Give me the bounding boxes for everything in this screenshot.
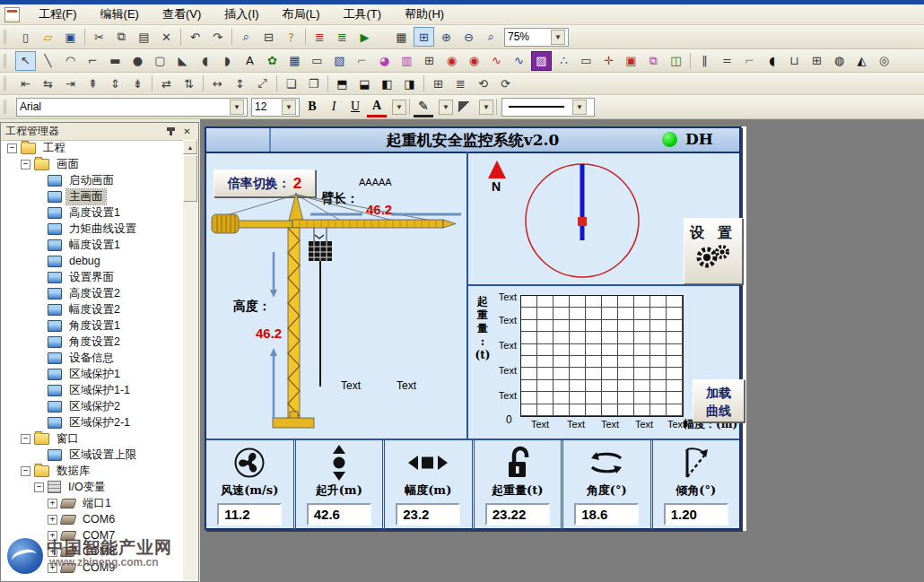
align-to-grid-icon[interactable]: ⊞	[428, 74, 449, 93]
paste-icon[interactable]: ▤	[134, 27, 154, 47]
expand-icon[interactable]: +	[48, 515, 57, 525]
collapse-icon[interactable]: −	[34, 482, 44, 492]
send-backward-icon[interactable]: ◨	[399, 74, 420, 93]
scrollbar-thumb[interactable]	[183, 155, 197, 202]
toolbar-drag-handle[interactable]	[4, 54, 10, 68]
pie-chart-icon[interactable]: ◕	[374, 51, 395, 71]
chevron-down-icon[interactable]: ▼	[479, 100, 493, 115]
redo-icon[interactable]: ↷	[207, 27, 228, 47]
xy-curve-icon[interactable]: ▨	[531, 51, 552, 71]
chevron-down-icon[interactable]: ▼	[572, 100, 587, 115]
tree-item[interactable]: 区域保护2-1	[2, 414, 183, 430]
stretch-height-icon[interactable]: ↕	[230, 74, 250, 93]
crosshair-tool-icon[interactable]: ✛	[598, 51, 619, 71]
tree-item[interactable]: 启动画面	[2, 172, 183, 188]
tree-item[interactable]: 设备信息	[2, 350, 183, 366]
bold-button[interactable]: B	[302, 98, 322, 116]
same-height-icon[interactable]: ⇅	[179, 74, 199, 93]
image-tool-icon[interactable]: ✿	[262, 51, 283, 71]
table-icon[interactable]: ⊞	[419, 51, 440, 71]
tank-icon[interactable]: ⊔	[784, 51, 805, 71]
print-preview-icon[interactable]: ⌕	[236, 27, 257, 47]
grid-toggle-icon[interactable]: ▦	[391, 27, 412, 47]
tree-item[interactable]: 力矩曲线设置	[2, 221, 183, 237]
object-3d-icon[interactable]: ◫	[666, 51, 686, 71]
tree-item[interactable]: 幅度设置2	[2, 301, 183, 317]
panel-tool-icon[interactable]: ▭	[576, 51, 597, 71]
select-tool-icon[interactable]: ↖	[15, 51, 36, 71]
meter-2-icon[interactable]: ◭	[851, 51, 872, 71]
pie-tool-icon[interactable]: ◗	[217, 51, 238, 71]
tree-item[interactable]: 高度设置1	[2, 204, 183, 221]
close-icon[interactable]: ✕	[180, 126, 194, 138]
align-top-icon[interactable]: ⇞	[83, 74, 103, 93]
bring-forward-icon[interactable]: ◧	[377, 74, 397, 93]
event-display-icon[interactable]: ◉	[464, 51, 484, 71]
tree-item[interactable]: 区域保护1-1	[2, 382, 183, 398]
zoom-level-combo[interactable]: 75%▼	[504, 28, 569, 47]
line-style-combo[interactable]: ▼	[501, 98, 595, 117]
pipe-horizontal-icon[interactable]: =	[717, 51, 737, 71]
pipe-elbow-icon[interactable]: ⌐	[739, 51, 760, 71]
toolbar-drag-handle[interactable]	[4, 100, 10, 114]
chevron-down-icon[interactable]: ▼	[282, 100, 296, 115]
tree-item[interactable]: 主画面	[2, 188, 183, 204]
chevron-down-icon[interactable]: ▼	[392, 100, 406, 115]
tree-item[interactable]: +端口1	[2, 495, 183, 511]
tree-item[interactable]: −数据库	[2, 463, 183, 479]
tree-item[interactable]: −窗口	[2, 430, 183, 447]
tree-item[interactable]: 设置界面	[2, 269, 183, 285]
menu-item-6[interactable]: 帮助(H)	[393, 4, 456, 25]
tree-item[interactable]: −I/O变量	[2, 479, 183, 495]
expand-icon[interactable]: +	[48, 499, 57, 508]
settings-button[interactable]: 设 置	[684, 218, 743, 284]
rotate-left-icon[interactable]: ⟲	[473, 74, 493, 93]
align-middle-v-icon[interactable]: ⇕	[105, 74, 126, 93]
tree-item[interactable]: 区域设置上限	[2, 447, 183, 463]
tree-scrollbar[interactable]: ▲	[183, 140, 197, 580]
menu-item-4[interactable]: 布局(L)	[271, 4, 332, 25]
send-to-back-icon[interactable]: ⬓	[354, 74, 375, 93]
trend-curve-icon[interactable]: ∿	[486, 51, 507, 71]
align-bottom-icon[interactable]: ⇟	[127, 74, 148, 93]
alarm-display-icon[interactable]: ◉	[441, 51, 462, 71]
group-icon[interactable]: ❏	[281, 74, 301, 93]
tree-item[interactable]: +COM9	[2, 560, 183, 576]
zoom-out-icon[interactable]: ⊖	[458, 27, 479, 47]
menu-item-5[interactable]: 工具(T)	[331, 4, 393, 25]
meter-icon[interactable]: ◍	[829, 51, 850, 71]
tree-item[interactable]: 角度设置2	[2, 334, 183, 350]
toolbar-drag-handle[interactable]	[4, 76, 10, 91]
tree-item[interactable]: 幅度设置1	[2, 237, 183, 253]
tree-item[interactable]: +COM8	[2, 543, 183, 560]
zoom-in-icon[interactable]: ⊕	[436, 27, 457, 47]
open-file-icon[interactable]: ▱	[38, 27, 58, 47]
bitmap-tool-icon[interactable]: ▧	[329, 51, 350, 71]
run-icon[interactable]: ▶	[354, 27, 375, 47]
print-icon[interactable]: ⊟	[258, 27, 279, 47]
text-tool-icon[interactable]: A	[240, 51, 260, 71]
toolbar-drag-handle[interactable]	[4, 30, 10, 44]
tree-item[interactable]: −工程	[2, 140, 183, 156]
chevron-down-icon[interactable]: ▼	[551, 30, 565, 45]
scroll-up-icon[interactable]: ▲	[183, 140, 197, 154]
undo-icon[interactable]: ↶	[185, 27, 205, 47]
pin-icon[interactable]	[164, 126, 178, 138]
bring-to-front-icon[interactable]: ⬒	[332, 74, 353, 93]
tree-item[interactable]: debug	[2, 253, 183, 269]
distribute-icon[interactable]: ≣	[450, 74, 471, 93]
pipe-tool-icon[interactable]: ⌐	[352, 51, 372, 71]
same-width-icon[interactable]: ⇄	[156, 74, 177, 93]
collapse-icon[interactable]: −	[7, 143, 17, 153]
align-center-h-icon[interactable]: ⇆	[38, 74, 58, 93]
collapse-icon[interactable]: −	[21, 160, 31, 169]
stretch-width-icon[interactable]: ↔	[207, 74, 228, 93]
line-tool-icon[interactable]: ╲	[38, 51, 58, 71]
expand-icon[interactable]: +	[48, 563, 57, 573]
ruler-toggle-icon[interactable]: ⊞	[414, 27, 434, 47]
rotate-right-icon[interactable]: ⟳	[495, 74, 516, 93]
italic-button[interactable]: I	[324, 98, 344, 116]
delete-icon[interactable]: ✕	[156, 27, 177, 47]
tree-item[interactable]: 区域保护1	[2, 366, 183, 382]
chevron-down-icon[interactable]: ▼	[230, 100, 244, 115]
